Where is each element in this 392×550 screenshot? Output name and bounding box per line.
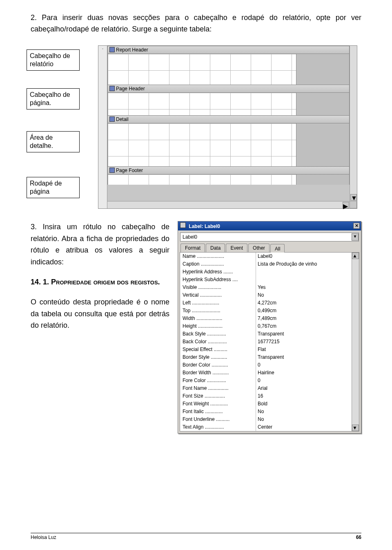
grid-report-header[interactable] <box>107 54 350 85</box>
property-value[interactable]: Hairline <box>256 369 352 377</box>
tab-data[interactable]: Data <box>206 244 225 252</box>
property-name: Top ..................... <box>180 307 256 315</box>
property-name: Border Width ............ <box>180 369 256 377</box>
properties-list[interactable]: Name ....................Label0Caption .… <box>180 253 352 431</box>
callout-page-footer: Rodapé de página <box>27 177 80 198</box>
property-value[interactable]: Lista de Produção de vinho <box>256 260 352 268</box>
grid-detail[interactable] <box>107 123 350 166</box>
grid-page-header[interactable] <box>107 93 350 115</box>
footer-author: Heloisa Luz <box>31 534 56 540</box>
property-value[interactable]: Arial <box>256 385 352 392</box>
property-name: Height .................. <box>180 322 256 330</box>
object-selector-combo[interactable]: Label0 ▼ <box>180 233 359 241</box>
property-row[interactable]: Hyperlink SubAddress .... <box>180 276 352 284</box>
property-value[interactable] <box>256 276 352 284</box>
section-label: Page Header <box>116 86 145 92</box>
property-value[interactable]: 0,499cm <box>256 307 352 315</box>
property-row[interactable]: Visible .................Yes <box>180 284 352 291</box>
property-name: Font Weight ............. <box>180 400 256 408</box>
property-row[interactable]: Special Effect ..........Flat <box>180 346 352 353</box>
scroll-down-icon[interactable]: ▼ <box>350 194 357 201</box>
section-label: Detail <box>116 116 129 122</box>
section-bar-page-header[interactable]: Page Header <box>107 85 350 93</box>
properties-title-text: Label: Label0 <box>189 224 220 229</box>
property-value[interactable]: 4,272cm <box>256 299 352 307</box>
property-row[interactable]: Font Weight .............Bold <box>180 400 352 408</box>
section-label: Page Footer <box>116 168 143 173</box>
property-row[interactable]: Back Color ..............16777215 <box>180 338 352 346</box>
vertical-scrollbar[interactable]: ▼ <box>350 46 357 201</box>
combo-value: Label0 <box>183 234 197 240</box>
property-row[interactable]: Name ....................Label0 <box>180 253 352 260</box>
property-name: Vertical ................ <box>180 291 256 299</box>
property-value[interactable]: 0 <box>256 361 352 369</box>
property-name: Font Name ............... <box>180 385 256 392</box>
property-row[interactable]: Font Italic .............No <box>180 408 352 416</box>
callout-report-header: Cabeçalho de relatório <box>27 49 80 71</box>
properties-window: Label: Label0 ✕ Label0 ▼ Format Data Eve… <box>178 221 361 434</box>
property-name: Back Style .............. <box>180 330 256 338</box>
tab-other[interactable]: Other <box>248 244 270 252</box>
property-row[interactable]: Width ...................7,489cm <box>180 315 352 322</box>
scroll-down-icon[interactable]: ▼ <box>352 425 359 431</box>
property-value[interactable]: Label0 <box>256 253 352 260</box>
property-value[interactable]: No <box>256 408 352 416</box>
property-row[interactable]: Left ....................4,272cm <box>180 299 352 307</box>
property-value[interactable]: 0 <box>256 377 352 385</box>
property-value[interactable]: Flat <box>256 346 352 353</box>
property-value[interactable]: No <box>256 291 352 299</box>
properties-titlebar[interactable]: Label: Label0 ✕ <box>178 221 361 230</box>
section-icon <box>109 168 115 173</box>
tab-all[interactable]: All <box>270 244 285 253</box>
property-row[interactable]: Font Underline ..........No <box>180 416 352 423</box>
step3-paragraph: 3. Insira um rótulo no cabeçalho de rela… <box>31 221 169 268</box>
property-row[interactable]: Height ..................0,767cm <box>180 322 352 330</box>
property-value[interactable]: Yes <box>256 284 352 291</box>
property-name: Visible ................. <box>180 284 256 291</box>
property-value[interactable]: Transparent <box>256 330 352 338</box>
property-row[interactable]: Text Align ..............Center <box>180 423 352 431</box>
property-value[interactable]: Center <box>256 423 352 431</box>
section-label: Report Header <box>116 47 148 53</box>
property-row[interactable]: Vertical ................No <box>180 291 352 299</box>
property-name: Text Align .............. <box>180 423 256 431</box>
property-value[interactable]: 7,489cm <box>256 315 352 322</box>
property-row[interactable]: Back Style ..............Transparent <box>180 330 352 338</box>
property-name: Hyperlink Address ....... <box>180 268 256 276</box>
property-row[interactable]: Caption .................Lista de Produç… <box>180 260 352 268</box>
property-value[interactable]: 16777215 <box>256 338 352 346</box>
property-name: Left .................... <box>180 299 256 307</box>
section-bar-detail[interactable]: Detail <box>107 115 350 123</box>
tab-format[interactable]: Format <box>180 244 205 252</box>
tab-event[interactable]: Event <box>226 244 247 252</box>
section-icon <box>109 116 115 122</box>
property-value[interactable]: No <box>256 416 352 423</box>
property-value[interactable]: 0,767cm <box>256 322 352 330</box>
scroll-right-icon[interactable]: ▶ <box>343 202 349 208</box>
property-row[interactable]: Hyperlink Address ....... <box>180 268 352 276</box>
property-value[interactable]: Transparent <box>256 353 352 361</box>
chevron-down-icon[interactable]: ▼ <box>352 233 359 241</box>
close-icon[interactable]: ✕ <box>353 223 360 229</box>
properties-scrollbar[interactable]: ▲ ▼ <box>352 253 359 431</box>
horizontal-scrollbar[interactable]: ▶ <box>107 201 350 208</box>
property-value[interactable]: Bold <box>256 400 352 408</box>
property-value[interactable] <box>256 268 352 276</box>
scroll-up-icon[interactable]: ▲ <box>352 253 359 259</box>
grid-page-footer[interactable] <box>107 174 350 185</box>
property-row[interactable]: Font Size ...............16 <box>180 392 352 400</box>
property-row[interactable]: Font Name ...............Arial <box>180 385 352 392</box>
section-bar-page-footer[interactable]: Page Footer <box>107 166 350 174</box>
property-row[interactable]: Border Color ............0 <box>180 361 352 369</box>
property-desc: O conteúdo desta propriedade é o nome da… <box>31 296 169 331</box>
property-row[interactable]: Top .....................0,499cm <box>180 307 352 315</box>
property-row[interactable]: Border Style ............Transparent <box>180 353 352 361</box>
window-icon <box>180 222 186 228</box>
property-row[interactable]: Fore Color ..............0 <box>180 377 352 385</box>
property-row[interactable]: Border Width ............Hairline <box>180 369 352 377</box>
page-footer: Heloisa Luz 66 <box>31 533 361 540</box>
section-icon <box>109 47 115 52</box>
property-name: Font Size ............... <box>180 392 256 400</box>
property-value[interactable]: 16 <box>256 392 352 400</box>
section-bar-report-header[interactable]: Report Header <box>107 46 350 54</box>
